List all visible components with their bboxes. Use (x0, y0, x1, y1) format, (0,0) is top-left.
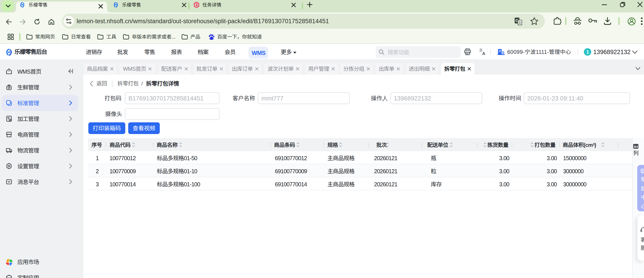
svg-text:A: A (482, 51, 485, 56)
svg-text:文: 文 (518, 20, 522, 25)
